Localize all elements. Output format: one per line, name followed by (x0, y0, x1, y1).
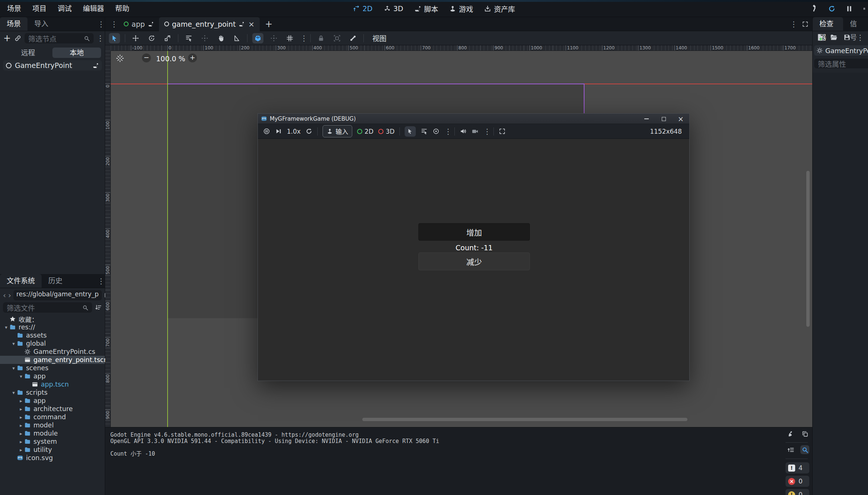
filter-files-input[interactable]: 筛选文件 (3, 302, 92, 313)
workspace-2D[interactable]: 2D (353, 4, 373, 13)
fs-item-command[interactable]: ▸ command (0, 413, 105, 421)
fs-item-module[interactable]: ▸ module (0, 429, 105, 437)
sort-icon[interactable] (95, 304, 102, 311)
maximize-button[interactable] (655, 114, 672, 124)
pause-icon[interactable] (845, 5, 853, 13)
fs-item-scenes[interactable]: ▾ scenes (0, 364, 105, 372)
zoom-out-button[interactable]: − (142, 53, 151, 62)
tree-expand-icon[interactable]: ▸ (18, 406, 24, 412)
fs-item-icon.svg[interactable]: icon.svg (0, 454, 105, 462)
tree-expand-icon[interactable]: ▾ (10, 390, 17, 395)
fs-path-input[interactable]: res://global/game_entry_p (13, 290, 102, 300)
tab-options-icon[interactable]: ⋮ (790, 20, 795, 28)
clipped-icon[interactable] (863, 5, 866, 13)
fs-dock-menu-icon[interactable]: ⋮ (97, 277, 103, 285)
view-menu-button[interactable]: 视图 (369, 33, 390, 43)
tree-expand-icon[interactable]: ▸ (18, 447, 24, 453)
fs-item-system[interactable]: ▸ system (0, 437, 105, 446)
forward-arrow-icon[interactable]: › (8, 291, 11, 300)
menu-item[interactable]: 项目 (27, 0, 52, 17)
skeleton-menu-button[interactable] (347, 33, 359, 43)
zoom-in-button[interactable]: + (188, 53, 197, 62)
2d-mode-button[interactable]: 2D (357, 128, 373, 135)
audio-icon[interactable] (460, 128, 467, 135)
new-resource-icon[interactable] (816, 33, 824, 41)
filter-nodes-input[interactable]: 筛选节点 (25, 33, 94, 43)
scale-tool-button[interactable] (162, 33, 173, 43)
tree-expand-icon[interactable]: ▾ (10, 341, 17, 346)
back-arrow-icon[interactable]: ‹ (3, 291, 6, 300)
copy-output-button[interactable] (800, 429, 809, 438)
embed-fullscreen-icon[interactable] (499, 128, 506, 135)
focus-selection-icon[interactable] (433, 128, 440, 135)
inspected-object-row[interactable]: GameEntryPoint.cs (814, 45, 868, 56)
center-view-icon[interactable] (116, 54, 124, 62)
snap-options-icon[interactable]: ⋮ (300, 35, 305, 42)
expand-viewport-icon[interactable] (802, 21, 809, 27)
pan-tool-button[interactable] (215, 33, 226, 43)
grid-snap-button[interactable] (284, 33, 295, 43)
workspace-游戏[interactable]: 游戏 (449, 4, 473, 14)
fs-item-app[interactable]: ▸ app (0, 397, 105, 405)
save-resource-icon[interactable] (843, 33, 851, 41)
search-output-button[interactable] (800, 445, 809, 454)
game-list-select-icon[interactable] (421, 128, 428, 135)
rotate-tool-button[interactable] (146, 33, 157, 43)
output-console[interactable]: Godot Engine v4.6.stable.mono.official.8… (105, 427, 812, 495)
fs-item-favorites[interactable]: 收藏： (0, 315, 105, 323)
ruler-tool-button[interactable] (231, 33, 242, 43)
decrease-button[interactable]: 减少 (418, 253, 530, 270)
tab-inspector[interactable]: 检查器 (813, 17, 843, 31)
smart-snap-button[interactable] (252, 33, 263, 43)
tree-expand-icon[interactable]: ▸ (18, 414, 24, 420)
vertical-scrollbar[interactable] (806, 171, 810, 327)
messages-badge[interactable]: ! 4 (786, 462, 809, 473)
script-icon[interactable] (93, 62, 99, 69)
fs-item-app.tscn[interactable]: app.tscn (0, 380, 105, 388)
zoom-level[interactable]: 100.0 % (156, 55, 185, 63)
game-select-menu-icon[interactable]: ⋮ (444, 128, 450, 135)
remote-button[interactable]: 远程 (4, 48, 52, 58)
script-icon[interactable] (239, 21, 244, 27)
fs-item-GameEntryPoint.cs[interactable]: GameEntryPoint.cs (0, 348, 105, 356)
fs-item-model[interactable]: ▸ model (0, 421, 105, 429)
warnings-badge[interactable]: ! 0 (786, 489, 809, 495)
tree-expand-icon[interactable]: ▸ (18, 431, 24, 436)
node-snap-button[interactable] (268, 33, 279, 43)
fs-item-game_entry_point.tscn[interactable]: game_entry_point.tscn (0, 356, 105, 364)
new-tab-button[interactable]: + (260, 19, 278, 29)
tab-app[interactable]: app (119, 17, 159, 31)
camera-override-icon[interactable] (472, 128, 479, 135)
workspace-资产库[interactable]: 资产库 (484, 4, 515, 14)
tree-expand-icon[interactable]: ▸ (18, 423, 24, 428)
select-tool-button[interactable] (109, 33, 120, 43)
scene-tree-menu-icon[interactable]: ⋮ (97, 35, 102, 42)
horizontal-scrollbar[interactable] (362, 418, 687, 421)
ungroup-button[interactable] (331, 33, 343, 43)
instantiate-scene-icon[interactable] (14, 35, 22, 42)
fs-item-architecture[interactable]: ▸ architecture (0, 405, 105, 413)
errors-badge[interactable]: × 0 (786, 476, 809, 487)
fs-item-global[interactable]: ▾ global (0, 339, 105, 348)
restart-icon[interactable] (305, 128, 312, 135)
workspace-3D[interactable]: 3D (383, 4, 403, 13)
clear-output-button[interactable] (786, 429, 795, 438)
close-button[interactable]: × (672, 114, 689, 124)
next-frame-icon[interactable] (275, 128, 282, 135)
menu-item[interactable]: 场景 (1, 0, 27, 17)
fs-item-res[interactable]: ▾ res:// (0, 323, 105, 331)
tab-scene[interactable]: 场景 (0, 17, 27, 31)
fs-item-utility[interactable]: ▸ utility (0, 446, 105, 454)
camera-menu-icon[interactable]: ⋮ (483, 128, 489, 135)
dock-menu-icon[interactable]: ⋮ (97, 20, 103, 28)
build-hammer-icon[interactable] (810, 5, 818, 13)
script-icon[interactable] (148, 21, 154, 27)
menu-item[interactable]: 帮助 (110, 0, 135, 17)
lock-button[interactable] (315, 33, 327, 43)
collapse-output-button[interactable] (786, 445, 795, 454)
fs-item-scripts[interactable]: ▾ scripts (0, 388, 105, 397)
tab-filesystem[interactable]: 文件系统 (0, 274, 42, 288)
tree-expand-icon[interactable]: ▾ (18, 374, 24, 379)
tab-import[interactable]: 导入 (27, 17, 55, 31)
load-resource-icon[interactable] (830, 33, 838, 41)
